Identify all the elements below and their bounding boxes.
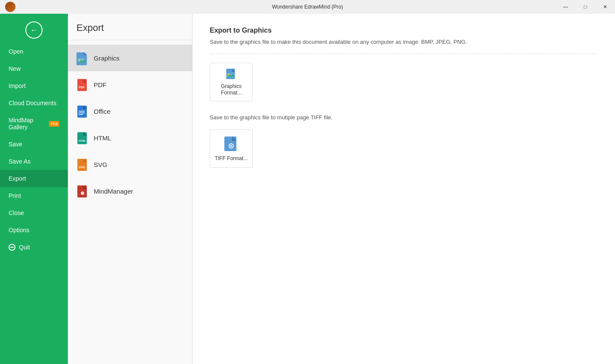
- titlebar: Wondershare EdrawMind (Pro) — □ ✕: [0, 0, 615, 14]
- svg-rect-16: [77, 159, 87, 171]
- export-item-pdf[interactable]: PDF PDF: [68, 71, 192, 98]
- svg-rect-12: [79, 114, 83, 115]
- graphics-file-icon: [76, 51, 89, 65]
- svg-rect-19: [77, 185, 87, 197]
- sidebar-item-mindmap-gallery[interactable]: MindMap Gallery Hot: [0, 112, 68, 136]
- tiff-format-card[interactable]: TIFF Format...: [210, 129, 253, 168]
- tiff-format-icon: [223, 135, 239, 152]
- graphics-format-icon: [223, 67, 239, 80]
- tiff-section-desc: Save to the graphics file to mutiple pag…: [210, 114, 598, 121]
- sidebar-item-save-as[interactable]: Save As: [0, 153, 68, 170]
- minimize-button[interactable]: —: [556, 0, 575, 14]
- svg-point-3: [79, 59, 80, 61]
- sidebar-item-close[interactable]: Close: [0, 204, 68, 221]
- svg-text:SVG: SVG: [79, 166, 85, 169]
- sidebar-item-options[interactable]: Options: [0, 221, 68, 239]
- sidebar-item-cloud-documents[interactable]: Cloud Documents: [0, 94, 68, 112]
- html-file-icon: HTML: [76, 130, 89, 145]
- maximize-button[interactable]: □: [575, 0, 595, 14]
- svg-rect-5: [77, 79, 87, 91]
- svg-rect-11: [79, 112, 85, 113]
- sidebar-item-print[interactable]: Print: [0, 187, 68, 204]
- quit-icon: [9, 244, 15, 251]
- svg-text:PDF: PDF: [79, 86, 85, 89]
- svg-text:HTML: HTML: [79, 140, 86, 142]
- graphics-format-label: Graphics Format...: [214, 83, 248, 97]
- sidebar-item-import[interactable]: Import: [0, 77, 68, 94]
- close-button[interactable]: ✕: [595, 0, 615, 14]
- sidebar-item-quit[interactable]: Quit: [0, 239, 68, 256]
- svg-point-25: [228, 74, 229, 76]
- svg-file-icon: SVG: [76, 157, 89, 172]
- format-cards-section2: TIFF Format...: [210, 129, 598, 168]
- window-controls: — □ ✕: [556, 0, 615, 14]
- export-panel-title: Export: [68, 22, 192, 40]
- sidebar-item-open[interactable]: Open: [0, 43, 68, 60]
- export-item-office[interactable]: Office: [68, 98, 192, 124]
- sidebar: ← Open New Import Cloud Documents MindMa…: [0, 14, 68, 364]
- sidebar-item-export[interactable]: Export: [0, 170, 68, 187]
- format-cards-section1: Graphics Format...: [210, 63, 598, 101]
- export-item-html[interactable]: HTML HTML: [68, 124, 192, 151]
- content-heading: Export to Graphics: [210, 27, 598, 34]
- tiff-format-label: TIFF Format...: [215, 155, 248, 162]
- sidebar-item-save[interactable]: Save: [0, 136, 68, 153]
- back-button[interactable]: ←: [25, 21, 43, 39]
- svg-point-30: [230, 145, 232, 147]
- mindmanager-file-icon: [76, 184, 89, 198]
- app-body: ← Open New Import Cloud Documents MindMa…: [0, 14, 615, 364]
- office-file-icon: [76, 104, 89, 118]
- graphics-format-card[interactable]: Graphics Format...: [210, 63, 253, 101]
- export-item-svg[interactable]: SVG SVG: [68, 151, 192, 178]
- pdf-file-icon: PDF: [76, 77, 89, 92]
- hot-badge: Hot: [49, 121, 59, 127]
- titlebar-title: Wondershare EdrawMind (Pro): [272, 4, 343, 10]
- export-item-mindmanager[interactable]: MindManager: [68, 178, 192, 204]
- sidebar-item-new[interactable]: New: [0, 60, 68, 77]
- svg-rect-13: [77, 132, 87, 144]
- user-avatar: [5, 2, 15, 12]
- export-menu: Export Graphics: [68, 14, 193, 364]
- content-description: Save to the graphics file to make this d…: [210, 39, 598, 54]
- content-panel: Export to Graphics Save to the graphics …: [193, 14, 615, 364]
- svg-point-21: [81, 191, 84, 195]
- svg-rect-10: [79, 111, 85, 112]
- export-item-graphics[interactable]: Graphics: [68, 45, 192, 71]
